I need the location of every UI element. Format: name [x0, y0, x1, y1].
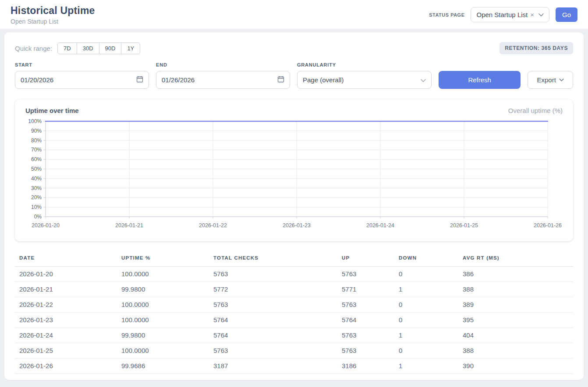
- quick-range-group: 7D30D90D1Y: [57, 42, 140, 54]
- column-header: AVG RT (MS): [463, 251, 573, 267]
- y-tick-label: 20%: [31, 194, 42, 201]
- table-cell: 0: [399, 313, 463, 328]
- page-header: Historical Uptime Open Startup List STAT…: [0, 0, 588, 29]
- y-tick-label: 30%: [31, 185, 42, 191]
- uptime-chart: 0%10%20%30%40%50%60%70%80%90%100%2026-01…: [25, 118, 563, 232]
- table-cell: 2026-01-20: [15, 267, 121, 282]
- x-tick-label: 2026-01-24: [366, 222, 394, 229]
- table-row: 2026-01-22100.0000576357630389: [15, 297, 573, 313]
- quick-range-90d-button[interactable]: 90D: [99, 42, 122, 54]
- calendar-icon[interactable]: [277, 76, 284, 84]
- table-row: 2026-01-25100.0000576357630388: [15, 343, 573, 359]
- table-cell: 5764: [342, 313, 399, 328]
- table-cell: 388: [463, 343, 573, 359]
- column-header: UP: [342, 251, 399, 267]
- quick-range-7d-button[interactable]: 7D: [57, 42, 77, 54]
- table-cell: 99.9800: [121, 282, 213, 297]
- granularity-select[interactable]: Page (overall): [297, 71, 432, 89]
- table-cell: 2026-01-24: [15, 328, 121, 343]
- y-tick-label: 70%: [31, 147, 42, 153]
- table-row: 2026-01-2499.9800576457631404: [15, 328, 573, 343]
- table-cell: 5764: [213, 328, 342, 343]
- x-tick-label: 2026-01-20: [32, 222, 60, 229]
- table-cell: 5763: [213, 267, 342, 282]
- table-cell: 99.9800: [121, 328, 213, 343]
- table-cell: 99.9686: [121, 359, 213, 374]
- table-cell: 100.0000: [121, 267, 213, 282]
- table-cell: 390: [463, 359, 573, 374]
- granularity-selected-value: Page (overall): [303, 76, 344, 84]
- chevron-down-icon: [538, 13, 544, 17]
- quick-range-label: Quick range:: [15, 45, 52, 52]
- table-cell: 1: [399, 282, 463, 297]
- y-tick-label: 40%: [31, 176, 42, 182]
- status-page-select[interactable]: Open Startup List ×: [471, 7, 549, 22]
- table-cell: 5771: [342, 282, 399, 297]
- table-cell: 395: [463, 313, 573, 328]
- calendar-icon[interactable]: [136, 76, 143, 84]
- table-cell: 388: [463, 282, 573, 297]
- table-cell: 3187: [213, 359, 342, 374]
- retention-badge: RETENTION: 365 DAYS: [499, 42, 573, 54]
- quick-range-wrap: Quick range: 7D30D90D1Y: [15, 42, 140, 54]
- chart-header: Uptime over time Overall uptime (%): [25, 107, 563, 114]
- x-tick-label: 2026-01-21: [115, 222, 143, 229]
- clear-selection-icon[interactable]: ×: [530, 11, 534, 18]
- end-date-field: END 01/26/2026: [156, 62, 290, 89]
- status-page-label: STATUS PAGE: [429, 12, 464, 18]
- title-block: Historical Uptime Open Startup List: [11, 5, 95, 25]
- table-cell: 2026-01-22: [15, 297, 121, 313]
- main-card: Quick range: 7D30D90D1Y RETENTION: 365 D…: [4, 32, 584, 380]
- page-subtitle: Open Startup List: [11, 18, 95, 25]
- table-cell: 5763: [342, 328, 399, 343]
- table-cell: 2026-01-21: [15, 282, 121, 297]
- x-tick-label: 2026-01-22: [199, 222, 227, 229]
- chart-legend: Overall uptime (%): [508, 107, 563, 114]
- table-cell: 0: [399, 343, 463, 359]
- end-date-input[interactable]: 01/26/2026: [156, 71, 290, 89]
- table-row: 2026-01-2199.9800577257711388: [15, 282, 573, 297]
- end-date-label: END: [156, 62, 290, 67]
- table-row: 2026-01-23100.0000576457640395: [15, 313, 573, 328]
- refresh-button[interactable]: Refresh: [439, 71, 521, 89]
- y-tick-label: 100%: [28, 118, 42, 124]
- header-controls: STATUS PAGE Open Startup List × Go: [429, 7, 577, 22]
- export-button-label: Export: [537, 76, 556, 84]
- start-date-input[interactable]: 01/20/2026: [15, 71, 149, 89]
- table-cell: 389: [463, 297, 573, 313]
- quick-range-30d-button[interactable]: 30D: [77, 42, 99, 54]
- granularity-field: GRANULARITY Page (overall): [297, 62, 432, 89]
- export-button[interactable]: Export: [528, 71, 573, 89]
- page-title: Historical Uptime: [11, 5, 95, 17]
- end-date-value: 01/26/2026: [162, 76, 195, 84]
- column-header: DOWN: [399, 251, 463, 267]
- y-tick-label: 90%: [31, 128, 42, 134]
- status-page-selected-value: Open Startup List: [476, 11, 528, 18]
- table-row: 2026-01-20100.0000576357630386: [15, 267, 573, 282]
- start-date-field: START 01/20/2026: [15, 62, 149, 89]
- chevron-down-icon: [559, 78, 564, 81]
- y-tick-label: 0%: [34, 214, 42, 220]
- table-cell: 2026-01-25: [15, 343, 121, 359]
- y-tick-label: 10%: [31, 204, 42, 210]
- controls-form-row: START 01/20/2026 END 01/26/2026 GRANULAR…: [15, 62, 573, 89]
- start-date-label: START: [15, 62, 149, 67]
- table-cell: 1: [399, 359, 463, 374]
- quick-range-1y-button[interactable]: 1Y: [121, 42, 140, 54]
- table-cell: 5763: [213, 343, 342, 359]
- uptime-table: DATEUPTIME %TOTAL CHECKSUPDOWNAVG RT (MS…: [15, 251, 573, 374]
- table-cell: 100.0000: [121, 297, 213, 313]
- table-cell: 5763: [342, 297, 399, 313]
- table-cell: 3186: [342, 359, 399, 374]
- table-cell: 0: [399, 267, 463, 282]
- x-tick-label: 2026-01-23: [283, 222, 311, 229]
- column-header: UPTIME %: [121, 251, 213, 267]
- table-header-row: DATEUPTIME %TOTAL CHECKSUPDOWNAVG RT (MS…: [15, 251, 573, 267]
- table-cell: 386: [463, 267, 573, 282]
- start-date-value: 01/20/2026: [21, 76, 53, 84]
- table-cell: 0: [399, 297, 463, 313]
- go-button[interactable]: Go: [556, 7, 577, 22]
- table-cell: 100.0000: [121, 343, 213, 359]
- table-cell: 2026-01-23: [15, 313, 121, 328]
- table-cell: 100.0000: [121, 313, 213, 328]
